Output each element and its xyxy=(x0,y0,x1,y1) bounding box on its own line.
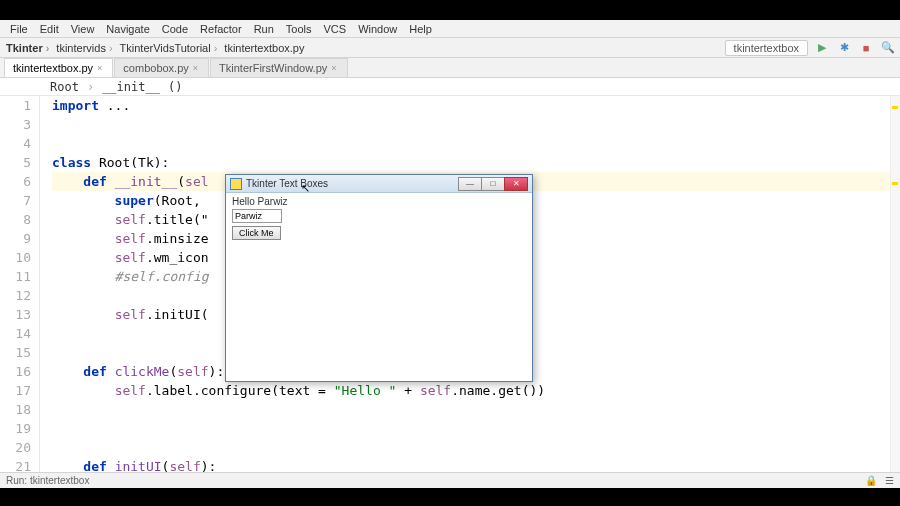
tab-tkintertextbox[interactable]: tkintertextbox.py× xyxy=(4,58,113,77)
menu-window[interactable]: Window xyxy=(352,23,403,35)
menu-tools[interactable]: Tools xyxy=(280,23,318,35)
event-log-icon[interactable]: ☰ xyxy=(885,475,894,486)
close-icon[interactable]: × xyxy=(331,63,336,73)
close-icon[interactable]: × xyxy=(97,63,102,73)
breadcrumb-folder-2[interactable]: TkinterVidsTutorial xyxy=(118,42,223,54)
menu-refactor[interactable]: Refactor xyxy=(194,23,248,35)
debug-icon[interactable]: ✱ xyxy=(836,40,852,56)
line-num: 1 xyxy=(0,96,31,115)
code-breadcrumb: Root › __init__ () xyxy=(0,78,900,96)
tab-combobox[interactable]: combobox.py× xyxy=(114,58,209,77)
line-num: 20 xyxy=(0,438,31,457)
line-num: 11 xyxy=(0,267,31,286)
line-num: 3 xyxy=(0,115,31,134)
line-num: 13 xyxy=(0,305,31,324)
breadcrumb-folder-1[interactable]: tkintervids xyxy=(54,42,117,54)
close-icon[interactable]: × xyxy=(193,63,198,73)
breadcrumb-function[interactable]: __init__ xyxy=(102,80,160,94)
menu-edit[interactable]: Edit xyxy=(34,23,65,35)
line-num: 19 xyxy=(0,419,31,438)
menu-code[interactable]: Code xyxy=(156,23,194,35)
close-button[interactable]: ✕ xyxy=(504,177,528,191)
status-run-label: Run: xyxy=(6,475,27,486)
status-bar: Run: tkintertextbox 🔒 ☰ xyxy=(0,472,900,488)
maximize-button[interactable]: □ xyxy=(481,177,505,191)
menu-run[interactable]: Run xyxy=(248,23,280,35)
menu-view[interactable]: View xyxy=(65,23,101,35)
status-run-name: tkintertextbox xyxy=(30,475,89,486)
stop-icon[interactable]: ■ xyxy=(858,40,874,56)
line-num: 10 xyxy=(0,248,31,267)
tab-label: combobox.py xyxy=(123,62,188,74)
line-num: 8 xyxy=(0,210,31,229)
line-num: 16 xyxy=(0,362,31,381)
click-me-button[interactable]: Click Me xyxy=(232,226,281,240)
name-input[interactable] xyxy=(232,209,282,223)
error-stripe[interactable] xyxy=(890,96,900,474)
tab-label: tkintertextbox.py xyxy=(13,62,93,74)
line-num: 6 xyxy=(0,172,31,191)
run-config-selector[interactable]: tkintertextbox xyxy=(725,40,808,56)
hello-label: Hello Parwiz xyxy=(232,196,526,207)
breadcrumb-suffix: () xyxy=(168,80,182,94)
line-num: 12 xyxy=(0,286,31,305)
navigation-bar: Tkinter tkintervids TkinterVidsTutorial … xyxy=(0,38,900,58)
warning-marker[interactable] xyxy=(892,106,898,109)
search-icon[interactable]: 🔍 xyxy=(880,40,896,56)
python-icon xyxy=(230,178,242,190)
line-gutter: 1 3 4 5 6 7 8 9 10 11 12 13 14 15 16 17 … xyxy=(0,96,40,474)
line-num: 17 xyxy=(0,381,31,400)
window-title: Tkinter Text Boxes xyxy=(246,178,328,189)
line-num: 7 xyxy=(0,191,31,210)
tab-tkinterfirstwindow[interactable]: TkinterFirstWindow.py× xyxy=(210,58,347,77)
breadcrumb-class[interactable]: Root xyxy=(50,80,79,94)
breadcrumb-file[interactable]: tkintertextbox.py xyxy=(222,42,312,54)
tab-label: TkinterFirstWindow.py xyxy=(219,62,327,74)
breadcrumb-sep: › xyxy=(87,80,94,94)
line-num: 5 xyxy=(0,153,31,172)
editor-tabs: tkintertextbox.py× combobox.py× TkinterF… xyxy=(0,58,900,78)
warning-marker[interactable] xyxy=(892,182,898,185)
breadcrumb-project[interactable]: Tkinter xyxy=(4,42,54,54)
menu-help[interactable]: Help xyxy=(403,23,438,35)
tkinter-body: Hello Parwiz Click Me xyxy=(226,193,532,243)
ide-window: File Edit View Navigate Code Refactor Ru… xyxy=(0,20,900,488)
menu-file[interactable]: File xyxy=(4,23,34,35)
lock-icon[interactable]: 🔒 xyxy=(865,475,877,486)
menubar: File Edit View Navigate Code Refactor Ru… xyxy=(0,20,900,38)
tkinter-app-window[interactable]: Tkinter Text Boxes — □ ✕ Hello Parwiz Cl… xyxy=(225,174,533,382)
menu-vcs[interactable]: VCS xyxy=(318,23,353,35)
line-num: 18 xyxy=(0,400,31,419)
menu-navigate[interactable]: Navigate xyxy=(100,23,155,35)
tkinter-titlebar[interactable]: Tkinter Text Boxes — □ ✕ xyxy=(226,175,532,193)
line-num: 4 xyxy=(0,134,31,153)
minimize-button[interactable]: — xyxy=(458,177,482,191)
line-num: 14 xyxy=(0,324,31,343)
line-num: 9 xyxy=(0,229,31,248)
run-icon[interactable]: ▶ xyxy=(814,40,830,56)
line-num: 15 xyxy=(0,343,31,362)
